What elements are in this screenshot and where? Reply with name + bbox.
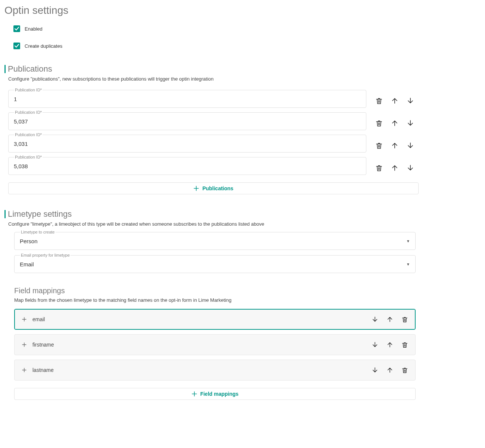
publication-id-input[interactable] [8,135,366,153]
add-field-mapping-button[interactable]: Field mappings [14,388,416,400]
section-accent-bar [4,210,6,218]
publication-id-label: Publication ID* [14,132,43,137]
expand-icon[interactable] [21,342,27,348]
move-up-icon [386,316,394,323]
move-down-icon[interactable] [407,97,414,104]
delete-icon[interactable] [375,164,383,172]
move-down-icon[interactable] [371,341,379,348]
move-down-icon [371,366,379,374]
field-mapping-panel[interactable]: lastname [14,360,416,380]
delete-icon[interactable] [401,341,409,348]
limetype-heading: Limetype settings [8,209,72,219]
check-icon [13,25,20,32]
create-duplicates-checkbox-row[interactable]: Create duplicates [13,43,481,49]
expand-icon[interactable] [21,367,27,373]
add-field-mapping-label: Field mappings [200,391,239,397]
delete-icon[interactable] [401,316,409,323]
delete-icon[interactable] [375,142,383,149]
expand-icon[interactable] [21,316,27,322]
publication-row: Publication ID* [8,153,481,175]
mapping-name: email [32,316,45,322]
limetype-section-title: Limetype settings [4,209,481,219]
check-icon [13,43,20,49]
publication-row: Publication ID* [8,108,481,130]
publication-row: Publication ID* [8,130,481,153]
limetype-create-select[interactable]: Limetype to create Person ▼ [14,232,416,250]
publication-id-input[interactable] [8,157,366,175]
move-down-icon [407,164,414,172]
add-publication-label: Publications [202,185,233,191]
delete-icon[interactable] [375,119,383,127]
chevron-down-icon: ▼ [406,239,410,243]
field-mapping-panel[interactable]: email [14,309,416,330]
field-mappings-heading: Field mappings [14,286,481,295]
move-down-icon[interactable] [371,316,379,323]
limetype-email-prop-label: Email property for limetype [20,253,71,257]
enabled-label: Enabled [25,26,43,32]
field-mappings-desc: Map fields from the chosen limetype to t… [14,297,481,303]
publications-section-title: Publications [4,64,481,74]
move-up-icon[interactable] [391,142,398,149]
limetype-email-prop-value: Email [20,261,34,267]
page-title: Optin settings [4,4,481,16]
publication-id-label: Publication ID* [14,88,43,92]
publication-id-input[interactable] [8,90,366,108]
section-accent-bar [4,65,6,73]
publication-id-input[interactable] [8,112,366,130]
duplicates-label: Create duplicates [25,43,62,49]
move-up-icon [391,97,398,104]
limetype-create-value: Person [20,238,38,244]
add-publication-button[interactable]: Publications [8,182,419,194]
limetype-desc: Configure "limetype", a limeobject of th… [8,221,481,227]
move-up-icon[interactable] [386,366,394,374]
publications-heading: Publications [8,64,52,74]
mapping-name: lastname [32,367,54,373]
field-mapping-panel[interactable]: firstname [14,334,416,355]
enabled-checkbox-row[interactable]: Enabled [13,25,481,32]
publication-id-label: Publication ID* [14,110,43,115]
publication-row: Publication ID* [8,85,481,108]
move-up-icon[interactable] [386,341,394,348]
limetype-create-label: Limetype to create [20,230,56,234]
publication-id-label: Publication ID* [14,155,43,159]
move-down-icon[interactable] [407,142,414,149]
move-up-icon[interactable] [391,119,398,127]
move-up-icon[interactable] [391,164,398,172]
delete-icon[interactable] [401,366,409,374]
mapping-name: firstname [32,342,54,348]
publications-desc: Configure "publications", new subscripti… [8,76,481,82]
limetype-email-prop-select[interactable]: Email property for limetype Email ▼ [14,255,416,273]
chevron-down-icon: ▼ [406,262,410,266]
delete-icon[interactable] [375,97,383,104]
move-down-icon[interactable] [407,119,414,127]
